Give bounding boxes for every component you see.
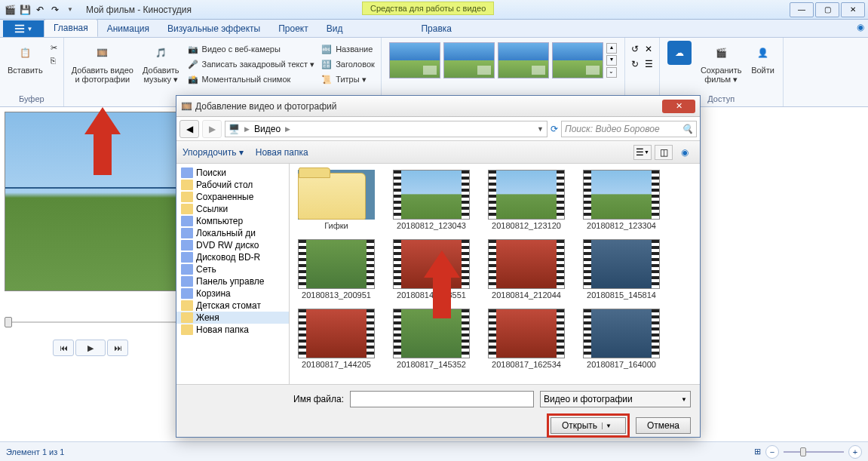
tree-item[interactable]: Женя [176,312,289,324]
tree-item[interactable]: Компьютер [176,215,289,227]
tree-item[interactable]: Локальный ди [176,227,289,239]
minimize-button[interactable]: — [790,2,814,17]
theme-scroll-down[interactable]: ▾ [606,55,617,66]
status-element-info: Элемент 1 из 1 [6,447,64,456]
nav-forward-button[interactable]: ▶ [202,120,222,138]
tree-item[interactable]: Новая папка [176,324,289,336]
onedrive-button[interactable]: ☁ [664,39,695,66]
theme-thumb-1[interactable] [389,42,440,78]
credits-button[interactable]: 📜Титры ▾ [319,72,376,86]
tab-animation[interactable]: Анимация [98,20,158,37]
tab-main[interactable]: Главная [44,19,98,37]
theme-scroll-up[interactable]: ▴ [606,43,617,54]
tree-item[interactable]: Сохраненные [176,191,289,203]
tree-item[interactable]: Сеть [176,263,289,275]
redo-icon[interactable]: ↷ [48,3,62,17]
tree-item[interactable]: Поиски [176,167,289,179]
view-options-button[interactable]: ☰ ▼ [633,145,652,160]
file-item[interactable]: 20180815_145814 [581,239,662,300]
window-title: Мой фильм - Киностудия [86,5,192,15]
rotate-right-icon[interactable]: ↻ [631,59,639,69]
play-button[interactable]: ▶ [75,340,106,356]
organize-button[interactable]: Упорядочить ▾ [182,147,244,158]
close-button[interactable]: ✕ [841,2,865,17]
preview-pane-button[interactable]: ◫ [655,145,673,160]
add-music-button[interactable]: 🎵 Добавить музыку ▾ [140,39,182,85]
copy-button[interactable]: ⎘ [49,55,59,66]
file-item[interactable]: 20180817_162534 [486,309,567,369]
folder-tree[interactable]: ПоискиРабочий столСохраненныеСсылкиКомпь… [176,164,290,384]
open-split-arrow[interactable]: ▼ [602,423,615,429]
timeline-slider[interactable] [5,321,176,323]
tab-view[interactable]: Вид [317,20,352,37]
theme-expand[interactable]: ⌄ [606,67,617,78]
dialog-close-button[interactable]: ✕ [662,100,695,113]
zoom-out-button[interactable]: − [765,445,779,459]
tab-effects[interactable]: Визуальные эффекты [158,20,269,37]
help-icon[interactable]: ◉ [853,22,868,37]
zoom-thumb[interactable] [800,447,806,456]
file-menu-button[interactable]: ▼ [3,20,44,37]
tree-item[interactable]: Рабочий стол [176,179,289,191]
tree-item[interactable]: Детская стомат [176,300,289,312]
nav-back-button[interactable]: ◀ [179,120,199,138]
file-item[interactable]: Гифки [296,170,377,230]
qat-dropdown-icon[interactable]: ▼ [63,3,77,17]
theme-thumb-3[interactable] [498,42,549,78]
file-item[interactable]: 20180812_123120 [486,170,567,230]
tab-project[interactable]: Проект [269,20,317,37]
save-movie-button[interactable]: 🎬 Сохранить фильм ▾ [698,39,745,85]
select-all-icon[interactable]: ☰ [645,59,653,69]
slider-thumb[interactable] [5,317,12,327]
zoom-slider[interactable] [784,451,844,453]
tree-item[interactable]: Корзина [176,287,289,300]
title-button[interactable]: 🔤Название [319,42,376,56]
filetype-filter[interactable]: Видео и фотографии ▼ [540,391,691,407]
tree-item-label: Локальный ди [196,228,256,238]
save-icon[interactable]: 💾 [18,3,32,17]
tree-item[interactable]: Дисковод BD-R [176,251,289,263]
app-icon[interactable]: 🎬 [3,3,17,17]
tree-item[interactable]: DVD RW диско [176,239,289,251]
file-item[interactable]: 20180814_212044 [486,239,567,300]
zoom-in-button[interactable]: + [848,445,862,459]
rotate-left-icon[interactable]: ↺ [631,44,639,54]
heading-button[interactable]: 🔠Заголовок [319,57,376,71]
file-item[interactable]: 20180813_200951 [296,239,377,300]
search-input[interactable]: Поиск: Видео Боровое 🔍 [561,121,697,137]
dialog-help-icon[interactable]: ◉ [676,145,694,160]
open-button[interactable]: Открыть ▼ [551,417,626,434]
new-folder-button[interactable]: Новая папка [256,147,308,158]
tree-item[interactable]: Панель управле [176,275,289,287]
file-item[interactable]: 20180817_164000 [581,309,662,369]
snapshot-button[interactable]: 📸Моментальный снимок [186,72,317,86]
file-list[interactable]: Гифки20180812_12304320180812_12312020180… [290,164,700,384]
tree-item[interactable]: Ссылки [176,203,289,215]
maximize-button[interactable]: ▢ [815,2,839,17]
next-button[interactable]: ⏭ [107,340,128,356]
breadcrumb[interactable]: 🖥️ ▶ Видео ▶ ▼ [225,121,547,137]
file-item[interactable]: 20180817_144205 [296,309,377,369]
cut-button[interactable]: ✂ [49,42,59,54]
undo-icon[interactable]: ↶ [33,3,47,17]
prev-button[interactable]: ⏮ [53,340,74,356]
delete-icon[interactable]: ✕ [645,44,653,54]
theme-thumb-2[interactable] [443,42,495,78]
webcam-button[interactable]: 📷Видео с веб-камеры [186,42,317,56]
voiceover-button[interactable]: 🎤Записать закадровый текст ▾ [186,57,317,71]
signin-button[interactable]: 👤 Войти [748,39,778,76]
breadcrumb-dropdown-icon[interactable]: ▼ [537,125,544,133]
refresh-icon[interactable]: ⟳ [551,124,558,134]
add-video-photo-button[interactable]: 🎞️ Добавить видео и фотографии [69,39,136,85]
theme-thumb-4[interactable] [552,42,603,78]
view-mode-icon[interactable]: ⊞ [754,447,761,456]
tab-edit[interactable]: Правка [412,20,461,37]
file-item[interactable]: 20180812_123304 [581,170,662,230]
file-item[interactable]: 20180812_123043 [391,170,472,230]
folder-icon [181,180,193,190]
breadcrumb-item[interactable]: Видео [254,124,281,134]
folder-icon [298,170,375,220]
filename-input[interactable] [350,391,534,407]
cancel-button[interactable]: Отмена [636,417,691,434]
paste-button[interactable]: 📋 Вставить [5,39,46,76]
